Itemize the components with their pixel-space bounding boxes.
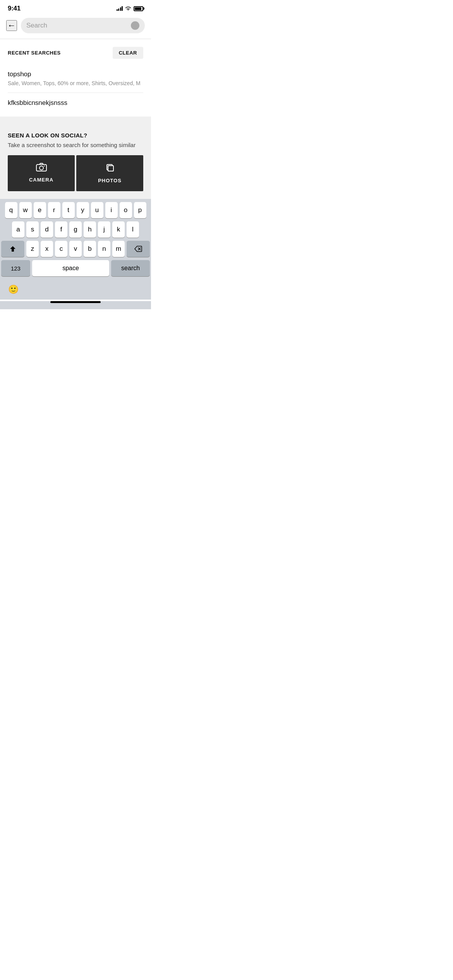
svg-rect-2: [44, 166, 45, 166]
social-section: SEEN A LOOK ON SOCIAL? Take a screenshot…: [0, 117, 151, 199]
key-k[interactable]: k: [112, 221, 125, 238]
social-title: SEEN A LOOK ON SOCIAL?: [8, 132, 143, 139]
svg-point-1: [39, 166, 43, 170]
home-indicator: [50, 301, 101, 303]
key-c[interactable]: c: [55, 241, 67, 257]
keyboard-row-1: q w e r t y u i o p: [1, 202, 150, 218]
key-x[interactable]: x: [41, 241, 53, 257]
recent-searches-title: RECENT SEARCHES: [8, 50, 61, 56]
wifi-icon: [125, 6, 131, 11]
camera-button[interactable]: CAMERA: [8, 155, 75, 191]
svg-rect-4: [108, 166, 113, 171]
key-w[interactable]: w: [19, 202, 32, 218]
recent-header: RECENT SEARCHES CLEAR: [8, 47, 143, 59]
key-g[interactable]: g: [69, 221, 82, 238]
status-icons: [117, 6, 144, 11]
key-a[interactable]: a: [12, 221, 24, 238]
keyboard-row-4: 123 space search: [1, 260, 150, 276]
key-f[interactable]: f: [55, 221, 67, 238]
recent-search-name-2: kfksbbicnsnekjsnsss: [8, 99, 143, 107]
search-header: ←: [0, 15, 151, 39]
key-u[interactable]: u: [91, 202, 103, 218]
shift-key[interactable]: [1, 241, 24, 257]
social-buttons-row: CAMERA PHOTOS: [8, 155, 143, 191]
keyboard-row-3: z x c v b n m: [1, 241, 150, 257]
emoji-button[interactable]: 🙂: [6, 283, 20, 296]
social-content: SEEN A LOOK ON SOCIAL? Take a screenshot…: [0, 117, 151, 199]
key-h[interactable]: h: [84, 221, 96, 238]
back-button[interactable]: ←: [6, 20, 17, 31]
search-bar-container[interactable]: [21, 18, 145, 33]
key-s[interactable]: s: [26, 221, 39, 238]
social-description: Take a screenshot to search for somethin…: [8, 142, 143, 148]
key-m[interactable]: m: [112, 241, 125, 257]
key-q[interactable]: q: [5, 202, 17, 218]
key-o[interactable]: o: [120, 202, 132, 218]
key-p[interactable]: p: [134, 202, 146, 218]
recent-search-tags-1: Sale, Women, Tops, 60% or more, Shirts, …: [8, 80, 143, 86]
signal-icon: [117, 6, 123, 11]
recent-search-item-2[interactable]: kfksbbicnsnekjsnsss: [8, 93, 143, 117]
bottom-bar: 🙂: [0, 281, 151, 300]
keyboard: q w e r t y u i o p a s d f g h j k l z …: [0, 199, 151, 281]
recent-search-name-1: topshop: [8, 70, 143, 78]
back-arrow-icon: ←: [7, 21, 16, 31]
key-j[interactable]: j: [98, 221, 110, 238]
numbers-key[interactable]: 123: [1, 260, 30, 276]
search-key[interactable]: search: [111, 260, 150, 276]
clear-button[interactable]: CLEAR: [113, 47, 143, 59]
search-input[interactable]: [26, 22, 128, 29]
mic-icon: [131, 21, 139, 30]
backspace-key[interactable]: [127, 241, 150, 257]
key-t[interactable]: t: [62, 202, 75, 218]
key-e[interactable]: e: [34, 202, 46, 218]
status-bar: 9:41: [0, 0, 151, 15]
status-time: 9:41: [8, 5, 21, 12]
key-i[interactable]: i: [105, 202, 118, 218]
key-z[interactable]: z: [26, 241, 39, 257]
recent-search-item-1[interactable]: topshop Sale, Women, Tops, 60% or more, …: [8, 67, 143, 93]
key-d[interactable]: d: [41, 221, 53, 238]
key-n[interactable]: n: [98, 241, 110, 257]
battery-icon: [134, 6, 143, 11]
recent-searches-section: RECENT SEARCHES CLEAR topshop Sale, Wome…: [0, 39, 151, 117]
keyboard-row-2: a s d f g h j k l: [1, 221, 150, 238]
camera-icon: [36, 163, 47, 174]
key-v[interactable]: v: [69, 241, 82, 257]
key-r[interactable]: r: [48, 202, 60, 218]
photos-icon: [105, 163, 115, 175]
key-b[interactable]: b: [84, 241, 96, 257]
emoji-icon: 🙂: [8, 284, 19, 295]
space-key[interactable]: space: [32, 260, 109, 276]
photos-button[interactable]: PHOTOS: [76, 155, 143, 191]
camera-label: CAMERA: [29, 177, 53, 183]
photos-label: PHOTOS: [98, 178, 122, 183]
key-y[interactable]: y: [77, 202, 89, 218]
key-l[interactable]: l: [127, 221, 139, 238]
